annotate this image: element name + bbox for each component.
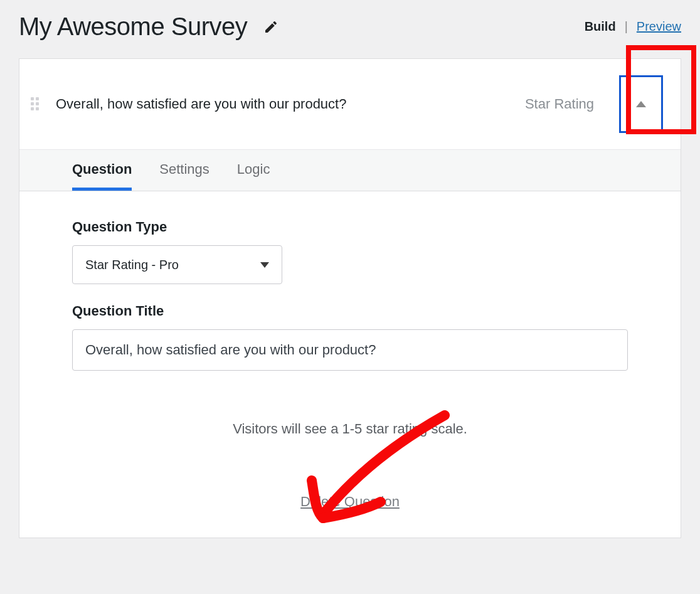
page-title: My Awesome Survey	[19, 13, 247, 41]
preview-link[interactable]: Preview	[637, 19, 681, 34]
question-card-body: Question Type Star Rating - Pro Question…	[19, 191, 681, 538]
page-header: My Awesome Survey Build | Preview	[19, 13, 681, 41]
divider: |	[625, 19, 628, 34]
header-left: My Awesome Survey	[19, 13, 278, 41]
chevron-up-icon	[636, 101, 646, 107]
delete-question-link[interactable]: Delete Question	[72, 494, 628, 510]
header-right: Build | Preview	[585, 19, 681, 34]
question-type-field-label: Question Type	[72, 219, 628, 235]
field-question-title: Question Title	[72, 303, 628, 371]
question-type-label: Star Rating	[525, 96, 594, 112]
rating-hint-text: Visitors will see a 1-5 star rating scal…	[72, 421, 628, 437]
field-question-type: Question Type Star Rating - Pro	[72, 219, 628, 284]
question-title-field-label: Question Title	[72, 303, 628, 319]
question-card-header: Overall, how satisfied are you with our …	[19, 59, 681, 149]
chevron-down-icon	[260, 262, 269, 268]
question-type-value: Star Rating - Pro	[85, 258, 179, 272]
question-type-select[interactable]: Star Rating - Pro	[72, 245, 282, 284]
question-summary-text: Overall, how satisfied are you with our …	[56, 96, 512, 112]
question-card: Overall, how satisfied are you with our …	[19, 58, 681, 538]
question-title-input[interactable]	[72, 329, 628, 371]
tab-strip: Question Settings Logic	[19, 149, 681, 191]
collapse-toggle-button[interactable]	[619, 75, 663, 133]
tab-question[interactable]: Question	[72, 150, 132, 191]
tab-settings[interactable]: Settings	[159, 150, 209, 191]
tab-build[interactable]: Build	[585, 19, 616, 34]
edit-title-icon[interactable]	[263, 19, 278, 34]
drag-handle-icon[interactable]	[31, 97, 43, 111]
tab-logic[interactable]: Logic	[237, 150, 270, 191]
